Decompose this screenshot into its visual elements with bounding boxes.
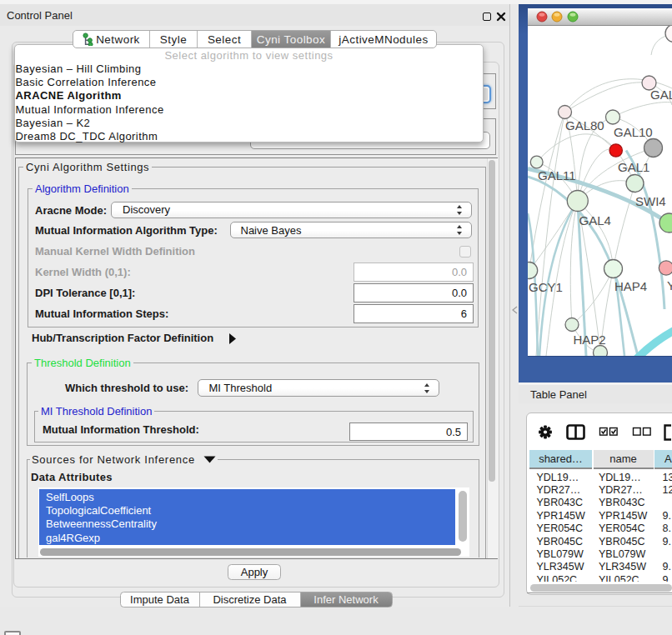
- svg-text:Y: Y: [667, 278, 672, 292]
- svg-text:GAL7: GAL7: [650, 87, 672, 101]
- svg-text:SWI4: SWI4: [635, 193, 666, 208]
- svg-text:GAL10: GAL10: [614, 124, 653, 138]
- svg-text:GAL1: GAL1: [618, 159, 649, 173]
- svg-text:GAL11: GAL11: [538, 168, 576, 182]
- svg-text:GAL80: GAL80: [565, 118, 604, 132]
- svg-text:HAP2: HAP2: [574, 332, 606, 346]
- svg-text:HAP4: HAP4: [614, 278, 647, 292]
- svg-text:GAL4: GAL4: [579, 212, 611, 227]
- svg-text:GCY1: GCY1: [529, 279, 563, 293]
